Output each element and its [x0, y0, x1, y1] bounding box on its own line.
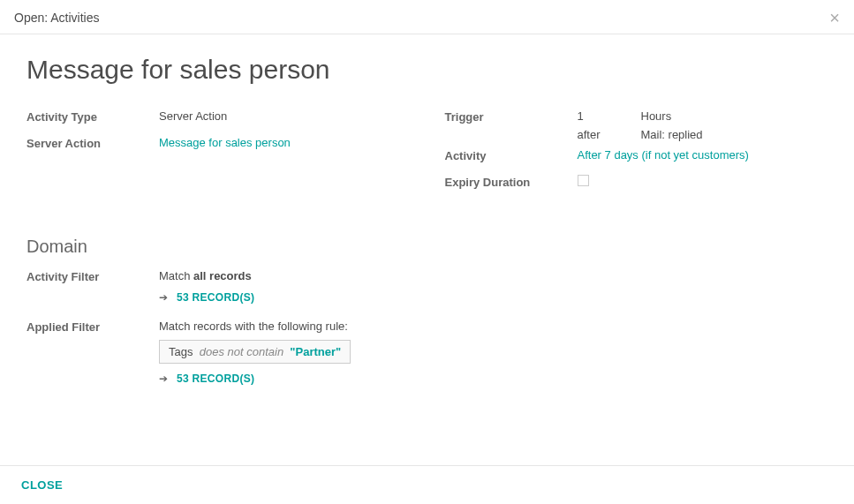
details-columns: Activity Type Server Action Server Actio… [26, 109, 828, 201]
trigger-event: Mail: replied [641, 128, 703, 141]
rule-operator: does not contain [200, 345, 283, 358]
modal-body-scroll[interactable]: Message for sales person Activity Type S… [0, 37, 854, 449]
match-text: Match all records [159, 269, 252, 282]
field-label: Activity [445, 148, 578, 162]
records-link[interactable]: 53 RECORD(S) [177, 372, 254, 385]
modal-title: Open: Activities [14, 11, 100, 25]
domain-heading: Domain [26, 237, 828, 257]
field-activity-type: Activity Type Server Action [26, 109, 410, 129]
field-value: Match all records ➔ 53 RECORD(S) [159, 269, 828, 304]
records-link[interactable]: 53 RECORD(S) [177, 291, 254, 304]
filter-rule-chip: Tags does not contain "Partner" [159, 340, 351, 364]
field-expiry-duration: Expiry Duration [445, 175, 828, 194]
applied-match-text: Match records with the following rule: [159, 320, 348, 333]
modal-footer: CLOSE [0, 465, 854, 504]
match-bold: all records [193, 269, 252, 282]
close-button[interactable]: CLOSE [21, 478, 63, 492]
left-column: Activity Type Server Action Server Actio… [26, 109, 410, 201]
field-applied-filter: Applied Filter Match records with the fo… [26, 320, 828, 385]
field-label: Server Action [26, 136, 159, 150]
expiry-checkbox[interactable] [578, 175, 589, 186]
rule-field: Tags [169, 345, 193, 358]
rule-value: "Partner" [290, 345, 341, 358]
field-server-action: Server Action Message for sales person [26, 136, 410, 155]
close-icon[interactable]: × [829, 9, 840, 26]
right-column: Trigger 1 Hours after Mail: replied Acti… [445, 109, 828, 201]
modal-header: Open: Activities × [0, 0, 854, 34]
field-label: Activity Filter [26, 269, 159, 283]
arrow-right-icon: ➔ [159, 372, 168, 385]
trigger-unit: Hours [641, 109, 672, 123]
field-label: Expiry Duration [445, 175, 578, 189]
trigger-amount: 1 [578, 109, 615, 123]
field-label: Trigger [445, 109, 578, 124]
field-value: Match records with the following rule: T… [159, 320, 828, 385]
field-activity-filter: Activity Filter Match all records ➔ 53 R… [26, 269, 828, 304]
field-value: 1 Hours after Mail: replied [578, 109, 828, 141]
field-trigger: Trigger 1 Hours after Mail: replied [445, 109, 828, 141]
field-value: Server Action [159, 109, 410, 123]
match-prefix: Match [159, 269, 193, 282]
modal-body: Message for sales person Activity Type S… [0, 37, 854, 427]
field-value [578, 175, 828, 189]
field-label: Activity Type [26, 109, 159, 124]
trigger-relation: after [578, 128, 615, 141]
activity-link[interactable]: After 7 days (if not yet customers) [578, 148, 828, 162]
server-action-link[interactable]: Message for sales person [159, 136, 410, 149]
arrow-right-icon: ➔ [159, 291, 168, 304]
field-activity: Activity After 7 days (if not yet custom… [445, 148, 828, 168]
page-title: Message for sales person [26, 55, 828, 85]
field-label: Applied Filter [26, 320, 159, 334]
